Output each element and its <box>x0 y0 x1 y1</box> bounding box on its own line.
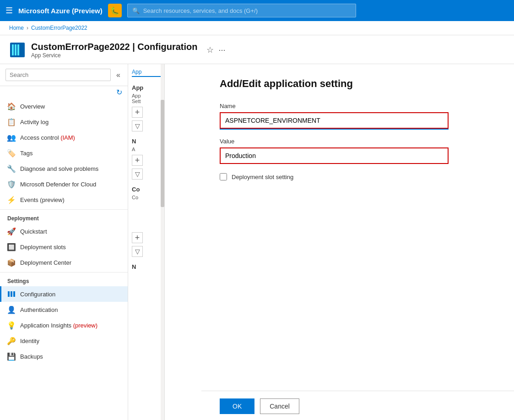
sidebar-item-label: Deployment Center <box>20 259 71 266</box>
breadcrumb-resource[interactable]: CustomErrorPage2022 <box>31 25 87 31</box>
sidebar-item-app-insights[interactable]: 💡 Application Insights (preview) <box>0 317 128 333</box>
middle-section-co-sub: Co <box>132 195 161 200</box>
overview-icon: 🏠 <box>7 102 16 110</box>
sidebar-item-quickstart[interactable]: 🚀 Quickstart <box>0 224 128 239</box>
name-input[interactable] <box>220 112 449 129</box>
cancel-button[interactable]: Cancel <box>260 398 299 414</box>
bug-icon[interactable]: 🐛 <box>108 4 122 17</box>
diagnose-icon: 🔧 <box>7 164 16 173</box>
tags-icon: 🏷️ <box>7 149 16 157</box>
sidebar-item-label: Overview <box>20 103 45 110</box>
middle-section-app: App <box>132 81 161 93</box>
collapse-button[interactable]: « <box>114 69 122 81</box>
hamburger-menu[interactable]: ☰ <box>5 5 13 16</box>
sidebar-item-label: Deployment slots <box>20 244 66 251</box>
more-options-icon[interactable]: ··· <box>218 45 225 55</box>
page-header: CustomErrorPage2022 | Configuration App … <box>0 35 514 64</box>
page-actions: ☆ ··· <box>206 45 225 55</box>
overlay-title: Add/Edit application setting <box>220 78 496 90</box>
deployment-slot-label[interactable]: Deployment slot setting <box>232 174 293 180</box>
app-tab[interactable]: App <box>132 69 161 77</box>
svg-rect-1 <box>12 44 14 55</box>
sidebar-item-identity[interactable]: 🔑 Identity <box>0 333 128 349</box>
sidebar-item-configuration[interactable]: Configuration <box>0 286 128 302</box>
global-search-input[interactable] <box>143 7 351 14</box>
settings-section-label: Settings <box>0 272 128 286</box>
ok-button[interactable]: OK <box>220 398 254 414</box>
defender-icon: 🛡️ <box>7 180 16 188</box>
sidebar-item-label: Activity log <box>20 119 49 125</box>
deployment-section-label: Deployment <box>0 209 128 224</box>
svg-rect-4 <box>8 291 10 297</box>
value-field-row: Value <box>220 138 496 164</box>
sidebar-item-backups[interactable]: 💾 Backups <box>0 349 128 364</box>
quickstart-icon: 🚀 <box>7 227 16 235</box>
name-field-row: Name <box>220 103 496 129</box>
sidebar-item-label: Microsoft Defender for Cloud <box>20 181 96 188</box>
middle-panel: App App AppSett + ▽ N A + ▽ Co Co + ▽ N <box>128 64 165 420</box>
sidebar: « ↻ 🏠 Overview 📋 Activity log 👥 Access c… <box>0 64 128 420</box>
sidebar-item-tags[interactable]: 🏷️ Tags <box>0 145 128 161</box>
access-control-icon: 👥 <box>7 133 16 142</box>
sidebar-search-area: « <box>0 64 128 86</box>
azure-logo: Microsoft Azure (Preview) <box>18 7 103 15</box>
main-layout: « ↻ 🏠 Overview 📋 Activity log 👥 Access c… <box>0 64 514 420</box>
sidebar-item-authentication[interactable]: 👤 Authentication <box>0 302 128 317</box>
scrollbar-thumb[interactable] <box>161 100 164 207</box>
sidebar-item-diagnose[interactable]: 🔧 Diagnose and solve problems <box>0 161 128 176</box>
sidebar-item-overview[interactable]: 🏠 Overview <box>0 98 128 114</box>
sidebar-search-input[interactable] <box>5 69 111 81</box>
sidebar-item-label: Identity <box>20 338 39 344</box>
content-area: Add/Edit application setting Name Value … <box>165 64 514 420</box>
svg-rect-3 <box>17 44 19 55</box>
activity-log-icon: 📋 <box>7 118 16 126</box>
top-navigation: ☰ Microsoft Azure (Preview) 🐛 🔍 <box>0 0 514 21</box>
middle-section-n2: N <box>132 260 161 272</box>
app-insights-icon: 💡 <box>7 321 16 329</box>
page-title-area: CustomErrorPage2022 | Configuration App … <box>31 42 197 59</box>
filter-button-3[interactable]: ▽ <box>132 246 143 257</box>
identity-icon: 🔑 <box>7 337 16 345</box>
sidebar-item-access-control[interactable]: 👥 Access control (IAM) <box>0 130 128 145</box>
breadcrumb: Home › CustomErrorPage2022 <box>0 21 514 35</box>
middle-section-n: N <box>132 134 161 147</box>
page-subtitle: App Service <box>31 52 197 59</box>
sidebar-item-label: Diagnose and solve problems <box>20 165 98 172</box>
configuration-icon <box>7 290 16 298</box>
sidebar-item-label: Events (preview) <box>20 196 65 203</box>
breadcrumb-separator: › <box>27 25 28 31</box>
deployment-slot-checkbox-row: Deployment slot setting <box>220 173 496 180</box>
scrollbar-track[interactable] <box>161 64 164 420</box>
value-input[interactable] <box>220 147 449 164</box>
add-button[interactable]: + <box>132 107 143 118</box>
deployment-slot-checkbox[interactable] <box>220 173 227 180</box>
events-icon: ⚡ <box>7 196 16 204</box>
sidebar-item-deployment-slots[interactable]: 🔲 Deployment slots <box>0 239 128 255</box>
value-label: Value <box>220 138 496 145</box>
middle-section-co: Co <box>132 182 161 195</box>
add-button-3[interactable]: + <box>132 232 143 243</box>
backups-icon: 💾 <box>7 352 16 360</box>
sidebar-item-defender[interactable]: 🛡️ Microsoft Defender for Cloud <box>0 176 128 192</box>
filter-button[interactable]: ▽ <box>132 120 143 131</box>
middle-content: App App AppSett + ▽ N A + ▽ Co Co + ▽ N <box>128 64 164 277</box>
favorite-star-icon[interactable]: ☆ <box>206 45 214 55</box>
sidebar-item-events[interactable]: ⚡ Events (preview) <box>0 192 128 207</box>
sidebar-item-deployment-center[interactable]: 📦 Deployment Center <box>0 255 128 270</box>
add-button-2[interactable]: + <box>132 155 143 166</box>
breadcrumb-home[interactable]: Home <box>9 25 24 31</box>
svg-rect-2 <box>15 44 16 55</box>
middle-section-n-sub: A <box>132 147 161 152</box>
sidebar-item-label: Configuration <box>20 291 55 298</box>
add-edit-panel: Add/Edit application setting Name Value … <box>201 64 514 420</box>
svg-rect-5 <box>11 291 12 297</box>
sidebar-item-activity-log[interactable]: 📋 Activity log <box>0 114 128 130</box>
filter-button-2[interactable]: ▽ <box>132 169 143 180</box>
refresh-button[interactable]: ↻ <box>116 88 122 97</box>
deployment-slots-icon: 🔲 <box>7 243 16 251</box>
sidebar-item-label: Authentication <box>20 306 58 313</box>
sidebar-item-label: Application Insights (preview) <box>20 322 97 329</box>
sidebar-item-label: Access control (IAM) <box>20 134 75 141</box>
global-search-bar[interactable]: 🔍 <box>127 4 356 17</box>
form-buttons: OK Cancel <box>201 391 514 420</box>
